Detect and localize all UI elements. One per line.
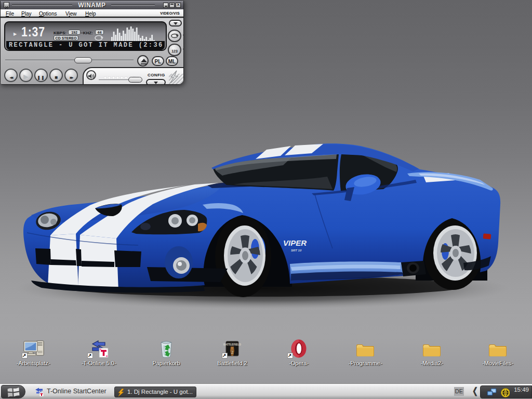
svg-text:BATTLEFIELD: BATTLEFIELD	[223, 343, 241, 346]
svg-text:SRT 10: SRT 10	[291, 249, 302, 252]
svg-text:VIPER: VIPER	[283, 238, 307, 247]
svg-text:2: 2	[231, 350, 234, 355]
